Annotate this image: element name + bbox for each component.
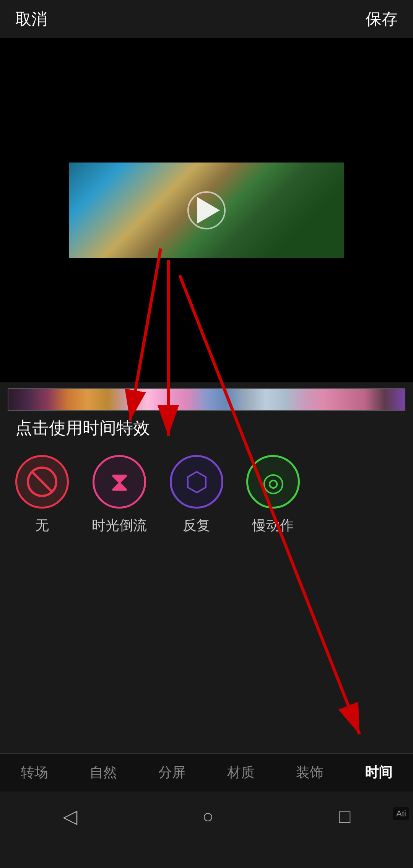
play-icon (197, 197, 220, 224)
effect-item-slowmo[interactable]: ◎ 慢动作 (246, 455, 300, 535)
bottom-tab-bar: 转场 自然 分屏 材质 装饰 时间 (0, 753, 413, 792)
cancel-button[interactable]: 取消 (15, 8, 47, 30)
tab-decoration[interactable]: 装饰 (288, 759, 331, 786)
effect-label-slowmo: 慢动作 (252, 516, 294, 535)
tab-material[interactable]: 材质 (220, 759, 262, 786)
video-bottom-padding (69, 258, 344, 308)
play-button[interactable] (191, 195, 222, 226)
save-button[interactable]: 保存 (366, 8, 398, 30)
roll-icon: ◎ (262, 469, 285, 495)
nav-back-button[interactable]: ◁ (63, 805, 77, 827)
effect-item-repeat[interactable]: ⬡ 反复 (170, 455, 223, 535)
watermark-text: Ati (396, 809, 406, 818)
instruction-text: 点击使用时间特效 (15, 417, 150, 439)
timeline-strip[interactable] (8, 388, 405, 411)
top-bar: 取消 保存 (0, 0, 413, 38)
tab-transition[interactable]: 转场 (13, 759, 56, 786)
diamond-icon: ⬡ (185, 468, 208, 495)
video-preview-area (0, 38, 413, 382)
nav-menu-button[interactable]: □ (339, 805, 350, 827)
timeline-area (0, 382, 413, 417)
effect-label-repeat: 反复 (183, 516, 210, 535)
effect-item-rewind[interactable]: ⧗ 时光倒流 (92, 455, 147, 535)
tab-time[interactable]: 时间 (357, 759, 400, 786)
effect-item-none[interactable]: 无 (15, 455, 69, 535)
effect-circle-slowmo[interactable]: ◎ (246, 455, 300, 509)
no-icon (27, 467, 57, 497)
play-button-circle[interactable] (187, 191, 226, 229)
tab-natural[interactable]: 自然 (82, 759, 125, 786)
video-frame[interactable] (69, 113, 344, 308)
effect-circle-repeat[interactable]: ⬡ (170, 455, 223, 509)
nav-home-button[interactable]: ○ (202, 805, 214, 827)
video-content[interactable] (69, 163, 344, 258)
video-top-padding (69, 113, 344, 163)
effect-label-none: 无 (35, 516, 49, 535)
tab-splitscreen[interactable]: 分屏 (151, 759, 193, 786)
hourglass-icon: ⧗ (110, 468, 129, 495)
effect-label-rewind: 时光倒流 (92, 516, 147, 535)
system-nav-bar: ◁ ○ □ (0, 792, 413, 841)
effect-circle-none[interactable] (15, 455, 69, 509)
watermark: Ati (393, 807, 409, 820)
effects-row: 无 ⧗ 时光倒流 ⬡ 反复 ◎ 慢动作 (0, 447, 413, 543)
effect-circle-rewind[interactable]: ⧗ (93, 455, 146, 509)
